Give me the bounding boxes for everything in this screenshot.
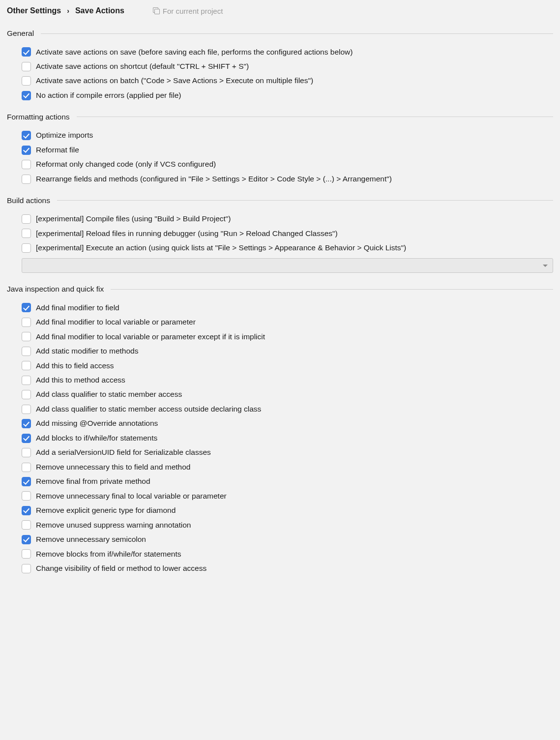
label-rearrange-fields: Rearrange fields and methods (configured… xyxy=(36,174,392,184)
section-title: Formatting actions xyxy=(7,113,70,121)
label-remove-semicolon: Remove unnecessary semicolon xyxy=(36,534,146,545)
checkbox-remove-semicolon[interactable] xyxy=(22,535,31,544)
option-no-action-if-errors: No action if compile errors (applied per… xyxy=(22,88,553,102)
option-activate-on-save: Activate save actions on save (before sa… xyxy=(22,45,553,59)
checkbox-activate-on-batch[interactable] xyxy=(22,76,31,86)
option-remove-suppress: Remove unused suppress warning annotatio… xyxy=(22,518,553,532)
option-remove-generic: Remove explicit generic type for diamond xyxy=(22,503,553,518)
checkbox-static-methods[interactable] xyxy=(22,347,31,356)
checkbox-execute-action[interactable] xyxy=(22,243,31,253)
checkbox-reformat-file[interactable] xyxy=(22,146,31,155)
label-compile-files: [experimental] Compile files (using "Bui… xyxy=(36,213,231,224)
section-title: General xyxy=(7,29,34,38)
checkbox-remove-final-local[interactable] xyxy=(22,491,31,501)
option-this-method: Add this to method access xyxy=(22,373,553,387)
label-final-local: Add final modifier to local variable or … xyxy=(36,317,196,327)
option-compile-files: [experimental] Compile files (using "Bui… xyxy=(22,212,553,226)
options-formatting: Optimize importsReformat fileReformat on… xyxy=(7,128,553,186)
option-final-local-implicit: Add final modifier to local variable or … xyxy=(22,329,553,344)
checkbox-blocks[interactable] xyxy=(22,434,31,443)
options-general: Activate save actions on save (before sa… xyxy=(7,45,553,103)
checkbox-final-local-implicit[interactable] xyxy=(22,332,31,341)
divider xyxy=(111,289,553,290)
option-class-qualifier: Add class qualifier to static member acc… xyxy=(22,387,553,402)
checkbox-class-qualifier[interactable] xyxy=(22,390,31,399)
checkbox-override[interactable] xyxy=(22,419,31,428)
checkbox-final-local[interactable] xyxy=(22,318,31,327)
option-activate-on-batch: Activate save actions on batch ("Code > … xyxy=(22,74,553,88)
checkbox-activate-on-shortcut[interactable] xyxy=(22,62,31,71)
checkbox-remove-suppress[interactable] xyxy=(22,520,31,530)
label-remove-final-private: Remove final from private method xyxy=(36,476,150,487)
label-blocks: Add blocks to if/while/for statements xyxy=(36,433,157,444)
section-general: General Activate save actions on save (b… xyxy=(7,29,553,103)
label-this-method: Add this to method access xyxy=(36,375,125,385)
option-remove-final-private: Remove final from private method xyxy=(22,474,553,489)
option-reformat-changed: Reformat only changed code (only if VCS … xyxy=(22,157,553,172)
label-change-visibility: Change visibility of field or method to … xyxy=(36,563,206,574)
option-remove-blocks: Remove blocks from if/while/for statemen… xyxy=(22,547,553,561)
option-change-visibility: Change visibility of field or method to … xyxy=(22,562,553,576)
option-remove-semicolon: Remove unnecessary semicolon xyxy=(22,533,553,547)
option-class-qualifier-outside: Add class qualifier to static member acc… xyxy=(22,402,553,416)
checkbox-change-visibility[interactable] xyxy=(22,564,31,573)
checkbox-this-method[interactable] xyxy=(22,376,31,385)
checkbox-remove-final-private[interactable] xyxy=(22,477,31,486)
option-execute-action: [experimental] Execute an action (using … xyxy=(22,241,553,255)
divider xyxy=(57,200,553,201)
label-remove-suppress: Remove unused suppress warning annotatio… xyxy=(36,520,191,531)
option-serial-uid: Add a serialVersionUID field for Seriali… xyxy=(22,445,553,460)
checkbox-activate-on-save[interactable] xyxy=(22,47,31,57)
option-rearrange-fields: Rearrange fields and methods (configured… xyxy=(22,172,553,186)
checkbox-final-field[interactable] xyxy=(22,303,31,312)
section-formatting: Formatting actions Optimize importsRefor… xyxy=(7,113,553,186)
option-optimize-imports: Optimize imports xyxy=(22,128,553,143)
checkbox-remove-blocks[interactable] xyxy=(22,549,31,559)
options-build: [experimental] Compile files (using "Bui… xyxy=(7,212,553,255)
section-title: Java inspection and quick fix xyxy=(7,285,104,294)
checkbox-remove-this[interactable] xyxy=(22,463,31,472)
chevron-right-icon: › xyxy=(67,7,69,15)
option-final-local: Add final modifier to local variable or … xyxy=(22,315,553,329)
project-scope-label: For current project xyxy=(153,7,223,15)
label-activate-on-save: Activate save actions on save (before sa… xyxy=(36,47,353,58)
option-this-field: Add this to field access xyxy=(22,358,553,373)
checkbox-compile-files[interactable] xyxy=(22,214,31,224)
label-class-qualifier: Add class qualifier to static member acc… xyxy=(36,389,182,400)
checkbox-no-action-if-errors[interactable] xyxy=(22,91,31,100)
quick-list-dropdown[interactable] xyxy=(22,258,553,273)
option-activate-on-shortcut: Activate save actions on shortcut (defau… xyxy=(22,59,553,73)
options-java: Add final modifier to fieldAdd final mod… xyxy=(7,300,553,576)
breadcrumb-root: Other Settings xyxy=(7,6,61,15)
label-no-action-if-errors: No action if compile errors (applied per… xyxy=(36,90,181,101)
label-activate-on-shortcut: Activate save actions on shortcut (defau… xyxy=(36,61,249,72)
label-class-qualifier-outside: Add class qualifier to static member acc… xyxy=(36,404,261,414)
label-static-methods: Add static modifier to methods xyxy=(36,346,139,356)
option-reload-files: [experimental] Reload files in running d… xyxy=(22,226,553,240)
label-reformat-changed: Reformat only changed code (only if VCS … xyxy=(36,159,216,170)
checkbox-this-field[interactable] xyxy=(22,361,31,370)
label-remove-this: Remove unnecessary this to field and met… xyxy=(36,462,190,473)
label-final-field: Add final modifier to field xyxy=(36,302,119,313)
label-remove-blocks: Remove blocks from if/while/for statemen… xyxy=(36,549,181,560)
label-remove-final-local: Remove unnecessary final to local variab… xyxy=(36,491,227,502)
checkbox-rearrange-fields[interactable] xyxy=(22,175,31,184)
chevron-down-icon xyxy=(543,265,548,267)
option-final-field: Add final modifier to field xyxy=(22,300,553,315)
divider xyxy=(77,117,554,117)
label-remove-generic: Remove explicit generic type for diamond xyxy=(36,505,176,516)
checkbox-serial-uid[interactable] xyxy=(22,448,31,457)
section-header-formatting: Formatting actions xyxy=(7,113,553,121)
checkbox-class-qualifier-outside[interactable] xyxy=(22,405,31,414)
label-activate-on-batch: Activate save actions on batch ("Code > … xyxy=(36,75,313,86)
label-this-field: Add this to field access xyxy=(36,360,114,371)
checkbox-optimize-imports[interactable] xyxy=(22,131,31,140)
section-header-build: Build actions xyxy=(7,196,553,205)
checkbox-remove-generic[interactable] xyxy=(22,506,31,515)
label-final-local-implicit: Add final modifier to local variable or … xyxy=(36,331,265,342)
section-java: Java inspection and quick fix Add final … xyxy=(7,285,553,576)
checkbox-reformat-changed[interactable] xyxy=(22,160,31,169)
checkbox-reload-files[interactable] xyxy=(22,229,31,238)
section-header-general: General xyxy=(7,29,553,38)
option-reformat-file: Reformat file xyxy=(22,143,553,157)
